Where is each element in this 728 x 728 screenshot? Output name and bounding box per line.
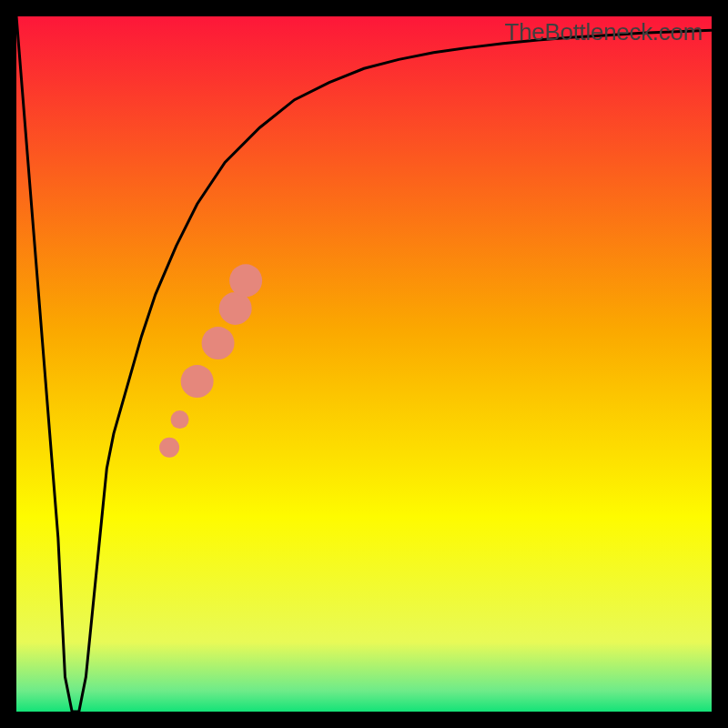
data-point <box>229 264 262 297</box>
data-point <box>181 365 214 398</box>
highlighted-points <box>159 264 262 457</box>
data-point <box>202 327 235 359</box>
data-point <box>171 410 189 429</box>
data-point <box>159 438 179 458</box>
chart-container: TheBottleneck.com <box>0 0 728 728</box>
bottleneck-curve <box>16 16 712 712</box>
curve-layer <box>16 16 712 712</box>
watermark-text: TheBottleneck.com <box>505 18 703 46</box>
plot-area: TheBottleneck.com <box>16 16 712 712</box>
